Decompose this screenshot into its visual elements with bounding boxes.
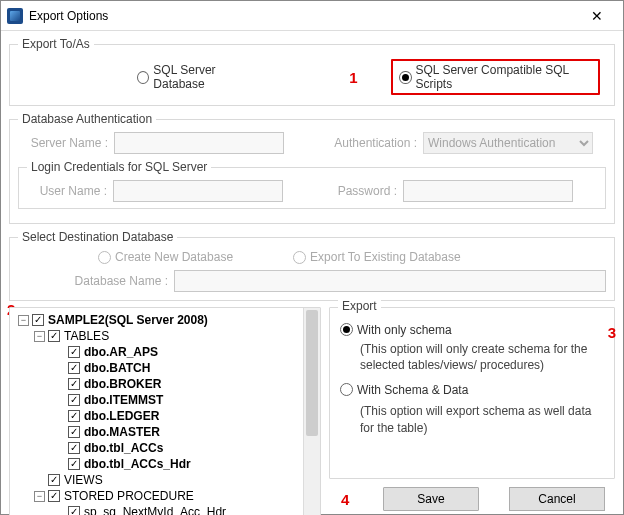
checkbox[interactable] [68,458,80,470]
expander-icon[interactable]: − [34,331,45,342]
tree-item[interactable]: dbo.ITEMMST [14,392,299,408]
expander-icon [54,379,65,390]
tree-item-label: dbo.LEDGER [84,409,159,423]
tree-item[interactable]: VIEWS [14,472,299,488]
window-title: Export Options [29,9,577,23]
checkbox[interactable] [68,410,80,422]
tree-item[interactable]: −STORED PROCEDURE [14,488,299,504]
export-sqlserver-label: SQL Server Database [153,63,260,91]
tree-item-label: dbo.MASTER [84,425,160,439]
server-name-input [114,132,284,154]
expander-icon [54,411,65,422]
server-name-label: Server Name : [18,136,108,150]
expander-icon [54,347,65,358]
tree-item[interactable]: −TABLES [14,328,299,344]
user-name-input [113,180,283,202]
tree-item-label: dbo.BROKER [84,377,161,391]
tree-scrollbar[interactable] [303,308,320,515]
expander-icon [54,443,65,454]
tree-item[interactable]: dbo.AR_APS [14,344,299,360]
tree-item[interactable]: dbo.tbl_ACCs_Hdr [14,456,299,472]
tree-item-label: STORED PROCEDURE [64,489,194,503]
db-name-input [174,270,606,292]
titlebar: Export Options ✕ [1,1,623,31]
tree-item[interactable]: dbo.LEDGER [14,408,299,424]
expander-icon [54,427,65,438]
object-tree[interactable]: −SAMPLE2(SQL Server 2008)−TABLESdbo.AR_A… [9,307,321,515]
dest-db-legend: Select Destination Database [18,230,177,244]
expander-icon [54,459,65,470]
checkbox[interactable] [68,394,80,406]
tree-item-label: dbo.ITEMMST [84,393,163,407]
expander-icon[interactable]: − [18,315,29,326]
checkbox[interactable] [48,474,60,486]
user-name-label: User Name : [27,184,107,198]
expander-icon [54,363,65,374]
tree-item-label: SAMPLE2(SQL Server 2008) [48,313,208,327]
checkbox[interactable] [68,346,80,358]
tree-item-label: TABLES [64,329,109,343]
tree-item-label: sp_sg_NextMyId_Acc_Hdr [84,505,226,515]
checkbox[interactable] [68,362,80,374]
export-to-as-group: Export To/As SQL Server Database 1 SQL S… [9,37,615,106]
tree-item[interactable]: −SAMPLE2(SQL Server 2008) [14,312,299,328]
auth-combo: Windows Authentication [423,132,593,154]
tree-item-label: dbo.BATCH [84,361,150,375]
checkbox[interactable] [68,506,80,515]
tree-item[interactable]: dbo.MASTER [14,424,299,440]
radio-icon [137,71,149,84]
db-name-label: Database Name : [18,274,168,288]
cancel-button[interactable]: Cancel [509,487,605,511]
password-label: Password : [317,184,397,198]
db-auth-legend: Database Authentication [18,112,156,126]
db-auth-group: Database Authentication Server Name : Au… [9,112,615,224]
tree-item-label: dbo.tbl_ACCs_Hdr [84,457,191,471]
export-scripts-radio[interactable]: SQL Server Compatible SQL Scripts [391,59,600,95]
export-scripts-label: SQL Server Compatible SQL Scripts [416,63,592,91]
checkbox[interactable] [68,378,80,390]
checkbox[interactable] [68,442,80,454]
tree-item[interactable]: dbo.BROKER [14,376,299,392]
radio-icon [98,251,111,264]
password-input [403,180,573,202]
export-to-as-legend: Export To/As [18,37,94,51]
tree-item-label: dbo.tbl_ACCs [84,441,163,455]
with-only-schema-desc: (This option will only create schema for… [360,341,604,373]
export-existing-db-label: Export To Existing Database [310,250,461,264]
create-new-db-radio: Create New Database [98,250,233,264]
create-new-db-label: Create New Database [115,250,233,264]
app-icon [7,8,23,24]
tree-item-label: dbo.AR_APS [84,345,158,359]
auth-label: Authentication : [317,136,417,150]
save-button[interactable]: Save [383,487,479,511]
callout-1: 1 [349,69,357,86]
with-schema-data-desc: (This option will export schema as well … [360,403,604,435]
export-sqlserver-radio[interactable]: SQL Server Database [137,63,260,91]
expander-icon [54,507,65,516]
radio-icon [340,383,353,396]
dest-db-group: Select Destination Database Create New D… [9,230,615,301]
checkbox[interactable] [48,330,60,342]
tree-item[interactable]: sp_sg_NextMyId_Acc_Hdr [14,504,299,515]
export-existing-db-radio: Export To Existing Database [293,250,461,264]
export-options-box: 3 Export With only schema (This option w… [329,307,615,479]
tree-item[interactable]: dbo.tbl_ACCs [14,440,299,456]
login-credentials-legend: Login Credentials for SQL Server [27,160,211,174]
callout-4: 4 [341,491,349,508]
login-credentials-group: Login Credentials for SQL Server User Na… [18,160,606,209]
callout-3: 3 [608,324,616,341]
with-schema-data-radio[interactable]: With Schema & Data [340,383,468,397]
checkbox[interactable] [48,490,60,502]
checkbox[interactable] [32,314,44,326]
radio-icon [293,251,306,264]
with-schema-data-label: With Schema & Data [357,383,468,397]
with-only-schema-label: With only schema [357,323,452,337]
checkbox[interactable] [68,426,80,438]
tree-item[interactable]: dbo.BATCH [14,360,299,376]
close-button[interactable]: ✕ [577,8,617,24]
expander-icon [54,395,65,406]
radio-icon [399,71,411,84]
expander-icon[interactable]: − [34,491,45,502]
with-only-schema-radio[interactable]: With only schema [340,323,452,337]
expander-icon [34,475,45,486]
